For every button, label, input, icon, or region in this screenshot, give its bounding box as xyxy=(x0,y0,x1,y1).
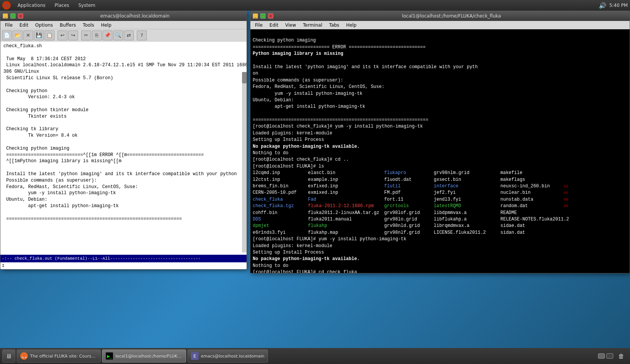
taskbar-emacs-btn[interactable]: E emacs@localhost.localdomain xyxy=(188,350,268,362)
emacs-scrollbar[interactable] xyxy=(242,72,247,252)
term-menu-help[interactable]: Help xyxy=(343,22,359,29)
tb-paste[interactable]: 📌 xyxy=(103,30,112,40)
tb-close[interactable]: ✕ xyxy=(23,30,33,40)
menu-places[interactable]: Places xyxy=(52,2,71,9)
workspace-switcher-2[interactable] xyxy=(606,353,613,359)
emacs-menu-file[interactable]: File xyxy=(2,22,16,29)
taskbar-firefox-btn[interactable]: 🦊 The official FLUKA site: Course intro … xyxy=(17,350,101,362)
term-menu-view[interactable]: View xyxy=(282,22,299,29)
menu-system[interactable]: System xyxy=(76,2,98,9)
firefox-icon: 🦊 xyxy=(20,352,28,360)
terminal-title: local1@localhost:/home/FLUKA/check_fluka xyxy=(276,13,627,19)
workspace-switcher-1[interactable] xyxy=(598,353,605,359)
taskbar-terminal-btn[interactable]: ▶_ local1@localhost:/home/FLUKA/check_fl… xyxy=(102,350,186,362)
tb-replace[interactable]: ⇄ xyxy=(124,30,134,40)
ls-col2: elasct.bin example.inp exfixed.inp exmix… xyxy=(308,170,384,236)
menu-applications[interactable]: Applications xyxy=(15,2,48,9)
tb-help[interactable]: ? xyxy=(137,30,147,40)
ls-col3: flukapro fluodt.dat flutil FM.pdf fort.1… xyxy=(384,170,434,236)
emacs-menu-tools[interactable]: Tools xyxy=(80,22,97,29)
taskbar-top: 🐾 Applications Places System 🔊 5:40 PM xyxy=(0,0,630,11)
terminal-icon: ▶_ xyxy=(106,352,113,360)
taskbar-top-left: 🐾 Applications Places System xyxy=(2,1,98,10)
term-menu-edit[interactable]: Edit xyxy=(266,22,281,29)
emacs-minimize-btn[interactable]: _ xyxy=(3,13,8,19)
terminal-close-btn[interactable]: × xyxy=(268,13,273,19)
taskbar-top-right: 🔊 5:40 PM xyxy=(599,2,628,9)
terminal-maximize-btn[interactable]: □ xyxy=(260,13,266,19)
emacs-menu-help[interactable]: Help xyxy=(98,22,114,29)
emacs-minibuffer-text: I xyxy=(2,263,5,268)
emacs-menu-buffers[interactable]: Buffers xyxy=(57,22,79,29)
tb-search[interactable]: 🔍 xyxy=(113,30,123,40)
tb-copy[interactable]: ⎘ xyxy=(92,30,102,40)
tb-redo[interactable]: ↪ xyxy=(68,30,78,40)
tb-undo[interactable]: ↩ xyxy=(58,30,67,40)
taskbar-right-icons: 🗑 xyxy=(598,350,628,362)
term-menu-tabs[interactable]: Tabs xyxy=(326,22,343,29)
firefox-label: The official FLUKA site: Course intro - … xyxy=(30,354,97,359)
terminal-label: local1@localhost:/home/FLUKA/check_fluka xyxy=(115,354,183,359)
taskbar-bottom: 🖥 🦊 The official FLUKA site: Course intr… xyxy=(0,348,630,364)
gnome-logo: 🐾 xyxy=(2,1,11,10)
terminal-titlebar[interactable]: _ □ × local1@localhost:/home/FLUKA/check… xyxy=(250,11,630,21)
emacs-modeline: -:-- check_fluka.out (Fundamental)--L1--… xyxy=(0,255,247,262)
windows-area: _ □ × emacs@localhost.localdomain File E… xyxy=(0,11,630,348)
emacs-menu-edit[interactable]: Edit xyxy=(16,22,31,29)
terminal-content[interactable]: Checking python imaging ================… xyxy=(250,29,630,273)
emacs-menu-options[interactable]: Options xyxy=(32,22,56,29)
emacs-toolbar: 📄 📂 ✕ 💾 📋 ↩ ↪ ✂ ⎘ 📌 🔍 ⇄ ? xyxy=(0,29,247,42)
ls-col1: l2cqmd.inp l2ctst.inp brems_fin.bin CERN… xyxy=(253,170,308,236)
emacs-maximize-btn[interactable]: □ xyxy=(10,13,16,19)
tb-new[interactable]: 📄 xyxy=(2,30,12,40)
taskbar-show-desktop[interactable]: 🖥 xyxy=(2,350,15,362)
emacs-content[interactable]: check_fluka.sh Tue May 8 17:36:24 CEST 2… xyxy=(0,42,247,255)
ls-col5: makefile makeflags neuxsc-ind_260.bin si… xyxy=(500,170,569,236)
emacs-label: emacs@localhost.localdomain xyxy=(201,354,265,359)
emacs-window: _ □ × emacs@localhost.localdomain File E… xyxy=(0,11,247,270)
emacs-close-btn[interactable]: × xyxy=(18,13,23,19)
sound-icon[interactable]: 🔊 xyxy=(599,2,606,9)
terminal-minimize-btn[interactable]: _ xyxy=(253,13,258,19)
emacs-menubar: File Edit Options Buffers Tools Help xyxy=(0,21,247,29)
emacs-title: emacs@localhost.localdomain xyxy=(26,13,244,19)
emacs-scrollbar-thumb[interactable] xyxy=(242,72,247,83)
emacs-titlebar[interactable]: _ □ × emacs@localhost.localdomain xyxy=(0,11,247,21)
clock: 5:40 PM xyxy=(609,3,628,8)
terminal-window: _ □ × local1@localhost:/home/FLUKA/check… xyxy=(250,11,630,273)
tb-saveas[interactable]: 📋 xyxy=(45,30,55,40)
emacs-modeline-text: -:-- check_fluka.out (Fundamental)--L1--… xyxy=(2,256,201,261)
term-menu-file[interactable]: File xyxy=(252,22,266,29)
emacs-icon: E xyxy=(191,352,199,360)
emacs-minibuffer[interactable]: I xyxy=(0,262,247,269)
term-menu-terminal[interactable]: Terminal xyxy=(300,22,325,29)
tb-open[interactable]: 📂 xyxy=(13,30,22,40)
tb-save[interactable]: 💾 xyxy=(34,30,44,40)
ls-col4: grv98nlm.grid gxsect.bin interface jef2.… xyxy=(434,170,500,236)
terminal-menubar: File Edit View Terminal Tabs Help xyxy=(250,21,630,29)
trash-icon[interactable]: 🗑 xyxy=(615,350,628,362)
tb-cut[interactable]: ✂ xyxy=(81,30,91,40)
